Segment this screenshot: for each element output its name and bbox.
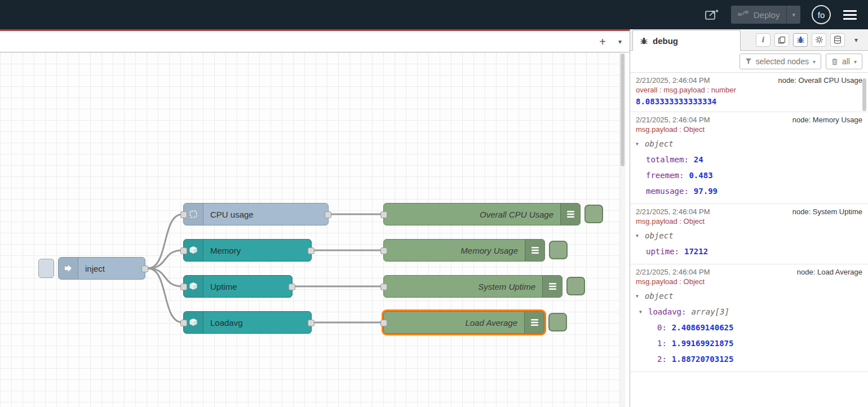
node-cpu-usage[interactable]: CPU usage [183,203,329,225]
debug-toggle-button[interactable] [584,205,603,223]
message-property-path: msg.payload : Object [636,125,862,134]
input-port[interactable] [380,247,387,254]
debug-message[interactable]: 2/21/2025, 2:46:04 PM node: Overall CPU … [630,73,868,112]
object-key: freemem: [646,171,684,180]
message-node-name: node: Memory Usage [792,116,862,124]
node-loadavg[interactable]: Loadavg [183,311,312,334]
debug-tab-icon[interactable] [793,33,808,47]
tab-debug-label: debug [653,36,678,46]
sidebar-tab-bar: debug i [630,29,868,51]
chevron-down-icon: ▾ [854,59,857,65]
clear-all-button[interactable]: all ▾ [826,54,862,69]
node-debug-load-average[interactable]: Load Average [383,311,544,334]
node-label: Memory Usage [384,246,525,255]
info-tab-icon[interactable]: i [756,33,770,47]
sidebar-scrollbar-thumb[interactable] [862,78,866,111]
caret-down-icon[interactable]: ▼ [636,141,645,147]
flow-canvas-pane: + ▾ [0,29,630,407]
flow-list-chevron-icon[interactable]: ▾ [618,38,622,46]
output-port[interactable] [308,320,315,326]
input-port[interactable] [180,211,187,218]
message-timestamp: 2/21/2025, 2:46:04 PM [636,76,710,85]
debug-message[interactable]: 2/21/2025, 2:46:04 PM node: Load Average… [630,264,868,372]
object-value: 97.99 [694,187,718,196]
object-entry-row: uptime: 17212 [636,244,862,259]
message-timestamp: 2/21/2025, 2:46:04 PM [636,116,710,124]
message-timestamp: 2/21/2025, 2:46:04 PM [636,207,710,216]
tab-debug[interactable]: debug [632,30,741,51]
funnel-icon [745,58,752,65]
deploy-options-chevron-icon[interactable]: ▾ [786,6,800,24]
node-inject[interactable]: inject [58,257,145,280]
debug-message[interactable]: 2/21/2025, 2:46:04 PM node: Memory Usage… [630,112,868,204]
clear-all-label: all [842,57,850,66]
object-type-label: object [645,139,674,148]
debug-sidebar-icon [542,276,562,297]
add-flow-button[interactable]: + [599,36,606,47]
debug-message[interactable]: 2/21/2025, 2:46:04 PM node: System Uptim… [630,204,868,264]
context-data-icon[interactable] [830,33,845,47]
menu-button[interactable] [842,8,858,22]
node-memory[interactable]: Memory [183,239,312,262]
sidebar-menu-chevron-icon[interactable]: ▾ [849,33,863,47]
inject-trigger-button[interactable] [38,259,54,278]
array-type-label: array[3] [691,307,729,316]
node-uptime[interactable]: Uptime [183,275,293,298]
deploy-button[interactable]: Deploy ▾ [731,6,800,24]
message-property-path: msg.payload : Object [636,217,862,225]
deploy-icon [738,10,749,20]
menu-icon [843,10,857,12]
caret-down-icon[interactable]: ▼ [636,294,645,299]
node-debug-system-uptime[interactable]: System Uptime [383,275,563,298]
object-type-label: object [645,291,674,300]
node-red-app: Deploy ▾ fo + ▾ [0,0,868,407]
config-gear-icon[interactable] [812,33,826,47]
output-port[interactable] [289,284,295,290]
canvas-scrollbar[interactable] [619,52,626,407]
object-key: totalmem: [646,155,689,164]
chevron-down-icon: ▾ [813,59,816,65]
object-root-row[interactable]: ▼ object [636,288,862,304]
debug-toggle-button[interactable] [549,241,568,259]
scrollbar-thumb[interactable] [621,54,625,166]
avatar-initials: fo [818,10,825,20]
help-tab-icon[interactable] [774,33,789,47]
input-port[interactable] [180,320,187,326]
array-entry-row: 0: 2.40869140625 [636,320,862,335]
input-port[interactable] [180,284,187,290]
array-value: 2.40869140625 [672,323,734,332]
flow-canvas[interactable]: inject CPU usage [0,52,619,407]
user-avatar[interactable]: fo [812,5,831,24]
input-port[interactable] [380,284,387,290]
caret-down-icon[interactable]: ▼ [636,233,645,238]
node-debug-memory-usage[interactable]: Memory Usage [383,239,545,262]
wire[interactable] [148,268,183,286]
export-icon[interactable] [704,8,720,21]
debug-toggle-button[interactable] [566,277,585,295]
input-port[interactable] [180,247,187,254]
debug-sidebar-icon [524,312,544,333]
array-head-row[interactable]: ▼ loadavg: array[3] [636,304,862,320]
flow-tab-bar: + ▾ [0,31,630,52]
input-port[interactable] [380,211,387,218]
output-port[interactable] [325,211,331,218]
node-debug-overall-cpu[interactable]: Overall CPU Usage [383,203,581,225]
object-root-row[interactable]: ▼ object [636,136,862,152]
array-entry-row: 1: 1.99169921875 [636,335,862,351]
bug-icon [640,37,648,45]
caret-down-icon[interactable]: ▼ [639,309,648,315]
output-port[interactable] [308,247,315,254]
debug-toggle-button[interactable] [548,313,567,331]
object-root-row[interactable]: ▼ object [636,228,862,244]
object-entry-row: totalmem: 24 [636,152,862,167]
workspace: + ▾ [0,29,868,407]
object-value: 24 [694,155,703,164]
node-label: Uptime [203,282,244,291]
filter-nodes-button[interactable]: selected nodes ▾ [739,54,821,69]
object-entry-row: memusage: 97.99 [636,183,862,199]
wire[interactable] [148,250,183,268]
array-index: 0: [657,323,667,332]
array-value: 1.99169921875 [672,339,734,348]
input-port[interactable] [380,320,387,326]
output-port[interactable] [141,266,148,272]
